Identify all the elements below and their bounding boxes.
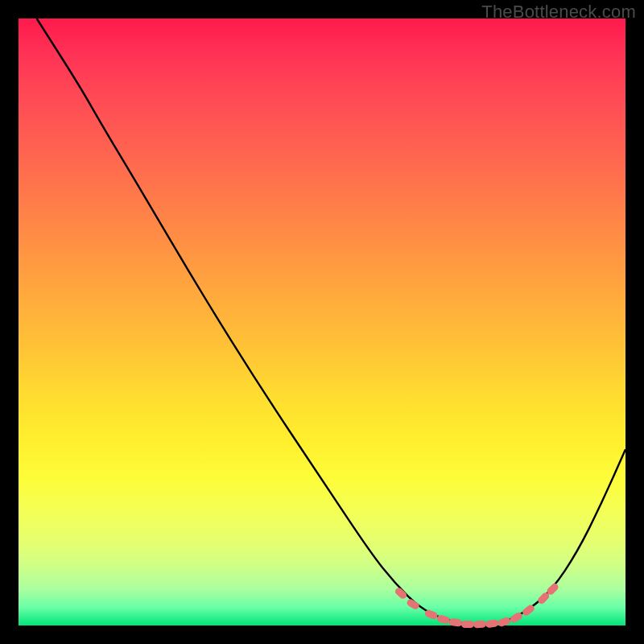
watermark-text: TheBottleneck.com bbox=[481, 2, 636, 23]
gradient-plot-area bbox=[19, 19, 625, 625]
chart-frame: TheBottleneck.com bbox=[0, 0, 644, 644]
